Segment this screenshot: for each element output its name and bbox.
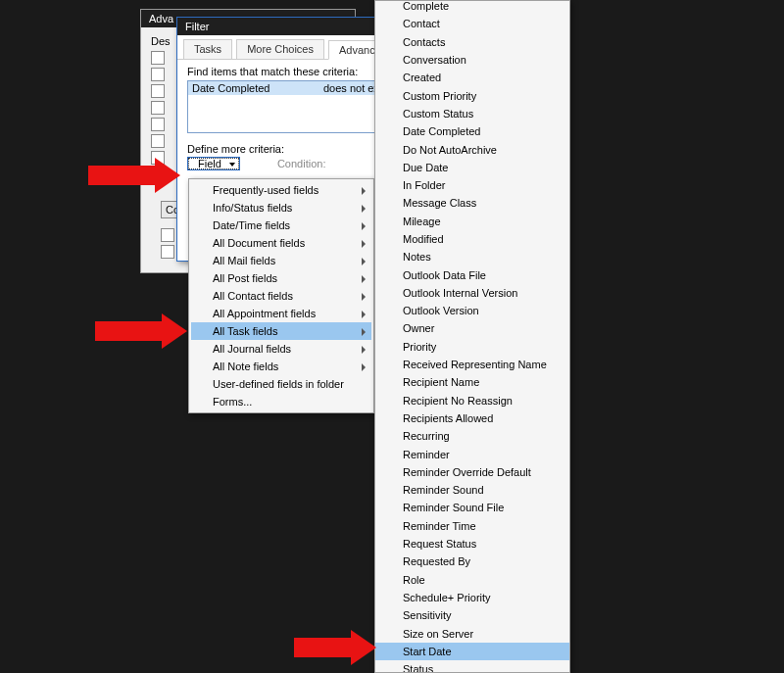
task-field-item[interactable]: Created bbox=[375, 69, 569, 86]
task-field-item[interactable]: Date Completed bbox=[375, 122, 569, 140]
task-field-item[interactable]: Notes bbox=[375, 248, 569, 265]
task-field-item[interactable]: Message Class bbox=[375, 194, 569, 212]
task-field-item[interactable]: Schedule+ Priority bbox=[375, 589, 569, 606]
task-field-item[interactable]: Outlook Internal Version bbox=[375, 284, 569, 302]
task-field-item[interactable]: Received Representing Name bbox=[375, 356, 569, 373]
task-field-item[interactable]: Sensitivity bbox=[375, 606, 569, 624]
task-field-item[interactable]: Reminder Sound File bbox=[375, 499, 569, 516]
task-field-item[interactable]: Recipient No Reassign bbox=[375, 392, 569, 409]
field-category-item[interactable]: All Post fields bbox=[191, 269, 371, 287]
condition-label: Condition: bbox=[277, 158, 326, 169]
task-field-item[interactable]: Custom Status bbox=[375, 105, 569, 122]
field-category-menu: Frequently-used fieldsInfo/Status fields… bbox=[188, 178, 374, 413]
field-category-item[interactable]: All Mail fields bbox=[191, 252, 371, 269]
field-category-item[interactable]: Forms... bbox=[191, 393, 371, 410]
tab-more-choices[interactable]: More Choices bbox=[236, 39, 324, 59]
checkbox[interactable] bbox=[151, 134, 165, 148]
task-field-item[interactable]: Request Status bbox=[375, 535, 569, 553]
task-field-item[interactable]: Do Not AutoArchive bbox=[375, 140, 569, 158]
tab-tasks[interactable]: Tasks bbox=[183, 39, 232, 59]
checkbox[interactable] bbox=[151, 84, 165, 98]
checkbox[interactable] bbox=[151, 68, 165, 81]
task-field-item[interactable]: Recipient Name bbox=[375, 373, 569, 391]
field-dropdown-button[interactable]: Field bbox=[187, 157, 240, 170]
field-category-item[interactable]: Frequently-used fields bbox=[191, 181, 371, 199]
task-field-item[interactable]: Size on Server bbox=[375, 624, 569, 642]
task-fields-menu: CompleteContactContactsConversationCreat… bbox=[374, 0, 570, 673]
task-field-item[interactable]: Role bbox=[375, 571, 569, 589]
task-field-item[interactable]: Mileage bbox=[375, 213, 569, 230]
checkbox[interactable] bbox=[161, 245, 174, 259]
field-category-item[interactable]: All Document fields bbox=[191, 234, 371, 252]
field-category-item[interactable]: User-defined fields in folder bbox=[191, 375, 371, 393]
field-category-item[interactable]: Info/Status fields bbox=[191, 199, 371, 216]
task-field-item[interactable]: Priority bbox=[375, 338, 569, 356]
task-field-item[interactable]: Contact bbox=[375, 15, 569, 32]
task-field-item[interactable]: Status bbox=[375, 660, 569, 673]
task-field-item[interactable]: Reminder bbox=[375, 445, 569, 462]
criteria-field: Date Completed bbox=[192, 82, 323, 94]
task-field-item[interactable]: Recipients Allowed bbox=[375, 409, 569, 427]
task-field-item[interactable]: Start Date bbox=[375, 643, 569, 660]
field-category-item[interactable]: All Task fields bbox=[191, 322, 371, 340]
task-field-item[interactable]: Custom Priority bbox=[375, 86, 569, 104]
field-category-item[interactable]: All Appointment fields bbox=[191, 305, 371, 322]
field-category-item[interactable]: All Contact fields bbox=[191, 287, 371, 305]
task-field-item[interactable]: Conversation bbox=[375, 51, 569, 69]
task-field-item[interactable]: Reminder Sound bbox=[375, 481, 569, 499]
task-field-item[interactable]: Modified bbox=[375, 230, 569, 248]
task-field-item[interactable]: Complete bbox=[375, 0, 569, 15]
task-field-item[interactable]: Recurring bbox=[375, 427, 569, 445]
task-field-item[interactable]: In Folder bbox=[375, 176, 569, 194]
task-field-item[interactable]: Due Date bbox=[375, 159, 569, 176]
checkbox[interactable] bbox=[151, 118, 165, 131]
field-category-item[interactable]: Date/Time fields bbox=[191, 216, 371, 234]
field-category-item[interactable]: All Journal fields bbox=[191, 340, 371, 358]
task-field-item[interactable]: Outlook Version bbox=[375, 302, 569, 319]
field-category-item[interactable]: All Note fields bbox=[191, 358, 371, 375]
task-field-item[interactable]: Owner bbox=[375, 319, 569, 337]
checkbox[interactable] bbox=[151, 101, 165, 115]
task-field-item[interactable]: Contacts bbox=[375, 33, 569, 51]
task-field-item[interactable]: Reminder Time bbox=[375, 517, 569, 535]
checkbox[interactable] bbox=[151, 51, 165, 65]
task-field-item[interactable]: Reminder Override Default bbox=[375, 463, 569, 481]
task-field-item[interactable]: Requested By bbox=[375, 553, 569, 570]
checkbox[interactable] bbox=[161, 228, 174, 242]
task-field-item[interactable]: Outlook Data File bbox=[375, 265, 569, 283]
